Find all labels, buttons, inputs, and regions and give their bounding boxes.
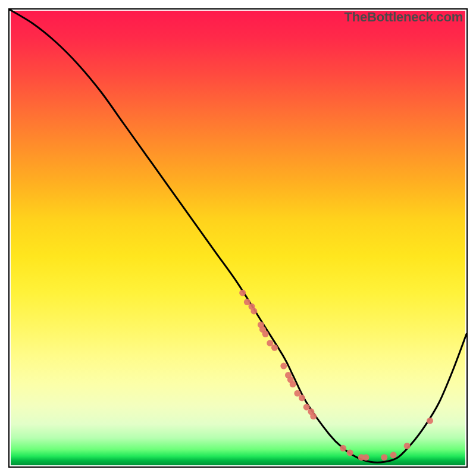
highlight-point <box>347 449 353 456</box>
highlight-point <box>381 454 387 461</box>
highlight-point <box>390 452 397 458</box>
highlight-point <box>310 413 317 419</box>
highlight-point <box>262 331 269 337</box>
scatter-layer <box>239 290 433 461</box>
highlight-point <box>290 381 296 387</box>
chart-svg <box>10 10 466 466</box>
curve-layer <box>10 10 466 462</box>
chart-frame <box>8 8 468 468</box>
bottleneck-curve <box>10 10 466 462</box>
highlight-point <box>427 418 433 424</box>
highlight-point <box>340 445 346 452</box>
highlight-point <box>363 454 369 461</box>
highlight-point <box>239 290 246 296</box>
highlight-point <box>404 443 411 449</box>
highlight-point <box>299 394 305 401</box>
highlight-point <box>280 363 287 369</box>
highlight-point <box>250 308 257 314</box>
watermark-label: TheBottleneck.com <box>344 10 463 25</box>
highlight-point <box>271 345 278 351</box>
